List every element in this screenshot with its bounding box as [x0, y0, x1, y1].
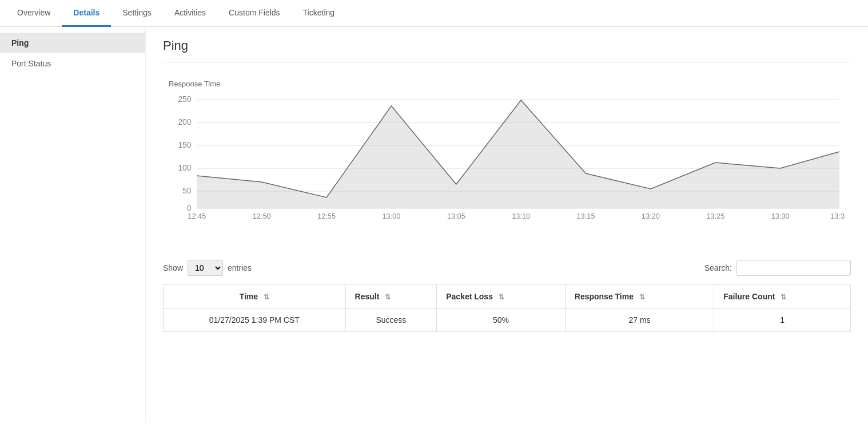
table-controls: Show 10 25 50 100 entries Search:	[163, 260, 851, 276]
chart-label: Response Time	[169, 80, 845, 88]
response-time-chart: 250 200 150 100 50 0 12:45 12:50 12:55 1	[169, 94, 845, 220]
tab-activities[interactable]: Activities	[163, 0, 217, 27]
col-response-time-label: Response Time	[575, 292, 634, 301]
col-header-response-time[interactable]: Response Time ⇅	[565, 285, 714, 309]
svg-marker-12	[197, 100, 839, 208]
svg-text:12:50: 12:50	[253, 212, 271, 220]
svg-text:150: 150	[178, 140, 191, 149]
page-title: Ping	[163, 38, 851, 53]
tab-settings[interactable]: Settings	[111, 0, 163, 27]
svg-text:200: 200	[178, 117, 191, 126]
sort-icon-failure-count: ⇅	[781, 293, 786, 301]
cell-packet-loss: 50%	[437, 309, 566, 332]
entries-label: entries	[228, 263, 252, 272]
svg-text:13:05: 13:05	[447, 212, 465, 220]
col-failure-count-label: Failure Count	[723, 292, 775, 301]
svg-text:13:25: 13:25	[706, 212, 724, 220]
chart-container: Response Time 250 200 150 100 50 0	[163, 74, 851, 237]
cell-time: 01/27/2025 1:39 PM CST	[164, 309, 346, 332]
tab-details[interactable]: Details	[62, 0, 111, 27]
svg-text:50: 50	[182, 186, 192, 195]
svg-text:13:30: 13:30	[771, 212, 790, 220]
sort-icon-result: ⇅	[385, 293, 391, 301]
sidebar-item-ping[interactable]: Ping	[0, 33, 145, 53]
cell-failure-count: 1	[714, 309, 851, 332]
col-result-label: Result	[355, 292, 380, 301]
show-entries-control: Show 10 25 50 100 entries	[163, 260, 252, 276]
sort-icon-time: ⇅	[264, 293, 269, 301]
svg-text:12:55: 12:55	[317, 212, 336, 220]
tabs-bar: Overview Details Settings Activities Cus…	[0, 0, 868, 27]
svg-text:13:15: 13:15	[576, 212, 595, 220]
svg-text:250: 250	[178, 94, 191, 104]
tab-ticketing[interactable]: Ticketing	[292, 0, 347, 27]
search-label: Search:	[704, 263, 732, 272]
svg-text:13:10: 13:10	[512, 212, 530, 220]
search-input[interactable]	[736, 260, 851, 276]
col-header-result[interactable]: Result ⇅	[345, 285, 437, 309]
col-header-time[interactable]: Time ⇅	[164, 285, 346, 309]
svg-text:0: 0	[187, 203, 192, 212]
tab-overview[interactable]: Overview	[6, 0, 62, 27]
sort-icon-packet-loss: ⇅	[499, 293, 504, 301]
col-header-failure-count[interactable]: Failure Count ⇅	[714, 285, 851, 309]
content-area: Ping Response Time 250 200 150 10	[146, 27, 868, 422]
title-divider	[163, 62, 851, 62]
sort-icon-response-time: ⇅	[639, 293, 645, 301]
col-packet-loss-label: Packet Loss	[446, 292, 493, 301]
data-table: Time ⇅ Result ⇅ Packet Loss ⇅ Response T…	[163, 284, 851, 332]
svg-text:13:35: 13:35	[830, 212, 845, 220]
svg-text:100: 100	[178, 163, 191, 172]
search-box: Search:	[704, 260, 851, 276]
table-header-row: Time ⇅ Result ⇅ Packet Loss ⇅ Response T…	[164, 285, 851, 309]
svg-text:13:00: 13:00	[382, 212, 400, 220]
svg-text:12:45: 12:45	[188, 212, 206, 220]
cell-response-time: 27 ms	[565, 309, 714, 332]
cell-result: Success	[345, 309, 437, 332]
svg-text:13:20: 13:20	[642, 212, 660, 220]
col-header-packet-loss[interactable]: Packet Loss ⇅	[437, 285, 566, 309]
sidebar: Ping Port Status	[0, 27, 146, 422]
chart-wrapper: 250 200 150 100 50 0 12:45 12:50 12:55 1	[169, 94, 845, 220]
main-layout: Ping Port Status Ping Response Time 250	[0, 27, 868, 422]
sidebar-item-port-status[interactable]: Port Status	[0, 53, 145, 74]
col-time-label: Time	[240, 292, 258, 301]
entries-select[interactable]: 10 25 50 100	[188, 260, 223, 276]
show-label: Show	[163, 263, 183, 272]
tab-custom-fields[interactable]: Custom Fields	[217, 0, 291, 27]
table-row: 01/27/2025 1:39 PM CST Success 50% 27 ms…	[164, 309, 851, 332]
